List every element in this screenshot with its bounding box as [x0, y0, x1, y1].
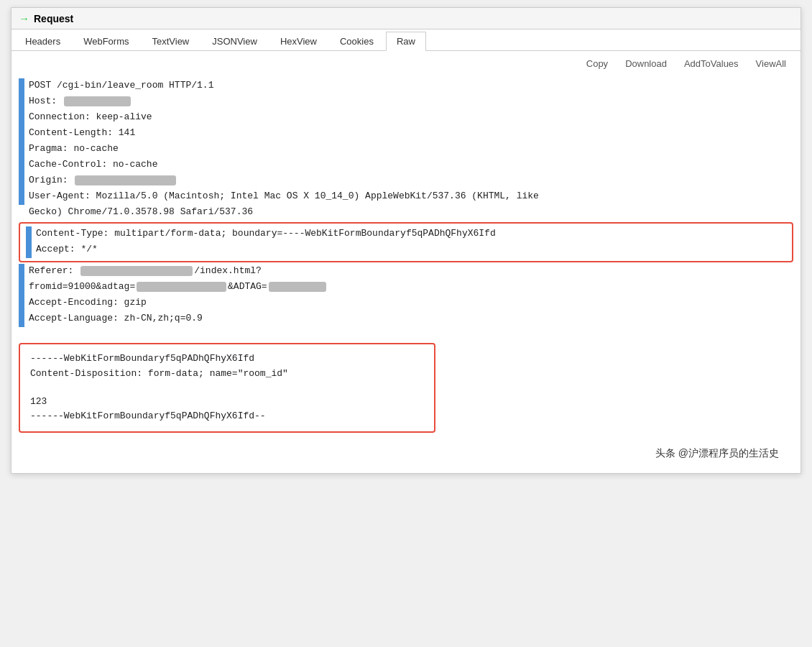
- blurred-adtag2: [269, 282, 326, 292]
- line-marker: [19, 264, 24, 280]
- watermark: 头条 @沪漂程序员的生活史: [19, 433, 793, 467]
- tab-raw[interactable]: Raw: [386, 32, 426, 51]
- tab-cookies[interactable]: Cookies: [329, 32, 384, 50]
- main-container: → Request Headers WebForms TextView JSON…: [11, 7, 801, 474]
- line-origin: Origin:: [19, 173, 793, 189]
- line-marker: [19, 78, 24, 94]
- request-title: Request: [34, 13, 73, 24]
- line-marker: [19, 126, 24, 142]
- line-marker: [19, 280, 24, 295]
- line-marker: [19, 311, 24, 327]
- line-marker: [19, 142, 24, 157]
- blurred-referer: [80, 266, 193, 276]
- line-content-length: Content-Length: 141: [19, 126, 793, 142]
- tab-hexview[interactable]: HexView: [269, 32, 328, 50]
- line-text: Accept-Language: zh-CN,zh;q=0.9: [29, 311, 793, 326]
- line-connection: Connection: keep-alive: [19, 110, 793, 126]
- arrow-icon: →: [19, 12, 29, 24]
- tab-jsonview[interactable]: JSONView: [201, 32, 268, 50]
- line-post: POST /cgi-bin/leave_room HTTP/1.1: [19, 78, 793, 94]
- line-text: Pragma: no-cache: [29, 142, 793, 157]
- line-marker: [19, 110, 24, 126]
- line-text: Cache-Control: no-cache: [29, 157, 793, 173]
- blurred-adtag: [137, 282, 226, 292]
- viewall-button[interactable]: ViewAll: [749, 57, 793, 70]
- toolbar: Copy Download AddToValues ViewAll: [579, 57, 793, 70]
- line-host: Host:: [19, 94, 793, 110]
- line-text: Connection: keep-alive: [29, 110, 793, 125]
- line-text: Host:: [29, 94, 793, 109]
- line-text: Accept-Encoding: gzip: [29, 295, 793, 311]
- line-marker-empty: [19, 205, 24, 221]
- content-area: Copy Download AddToValues ViewAll POST /…: [11, 51, 801, 473]
- raw-content: POST /cgi-bin/leave_room HTTP/1.1 Host: …: [19, 57, 793, 433]
- line-user-agent: User-Agent: Mozilla/5.0 (Macintosh; Inte…: [19, 189, 793, 205]
- line-text: User-Agent: Mozilla/5.0 (Macintosh; Inte…: [29, 189, 793, 204]
- line-text: Content-Length: 141: [29, 126, 793, 141]
- body-line-content-disposition: Content-Disposition: form-data; name="ro…: [30, 367, 424, 382]
- tab-webforms[interactable]: WebForms: [73, 32, 139, 50]
- line-text: Referer: /index.html?: [29, 264, 793, 279]
- line-text: POST /cgi-bin/leave_room HTTP/1.1: [29, 78, 793, 93]
- line-marker: [26, 242, 32, 258]
- blurred-origin: [75, 175, 175, 185]
- body-box: ------WebKitFormBoundaryf5qPADhQFhyX6Ifd…: [19, 343, 435, 433]
- line-accept-encoding: Accept-Encoding: gzip: [19, 295, 793, 311]
- body-line-boundary-start: ------WebKitFormBoundaryf5qPADhQFhyX6Ifd: [30, 352, 424, 367]
- line-cache-control: Cache-Control: no-cache: [19, 157, 793, 173]
- blurred-host: [64, 96, 132, 106]
- line-text: Origin:: [29, 173, 793, 188]
- request-section-header: → Request: [11, 8, 801, 29]
- line-text: fromid=91000&adtag= &ADTAG=: [29, 280, 793, 295]
- highlighted-content-type-box: Content-Type: multipart/form-data; bound…: [19, 222, 793, 262]
- tab-headers[interactable]: Headers: [14, 32, 71, 50]
- line-text: Content-Type: multipart/form-data; bound…: [36, 226, 786, 242]
- line-gecko: Gecko) Chrome/71.0.3578.98 Safari/537.36: [19, 205, 793, 221]
- line-referer: Referer: /index.html?: [19, 264, 793, 280]
- copy-button[interactable]: Copy: [579, 57, 615, 70]
- line-marker: [19, 173, 24, 189]
- body-empty-line: [30, 382, 424, 395]
- body-line-value: 123: [30, 395, 424, 410]
- line-content-type: Content-Type: multipart/form-data; bound…: [26, 226, 786, 242]
- tabs-bar: Headers WebForms TextView JSONView HexVi…: [11, 29, 801, 51]
- line-marker: [19, 157, 24, 173]
- line-accept-language: Accept-Language: zh-CN,zh;q=0.9: [19, 311, 793, 327]
- addtovalues-button[interactable]: AddToValues: [677, 57, 746, 70]
- download-button[interactable]: Download: [618, 57, 674, 70]
- line-marker: [26, 226, 32, 242]
- line-accept: Accept: */*: [26, 242, 786, 258]
- line-text: Gecko) Chrome/71.0.3578.98 Safari/537.36: [29, 205, 793, 220]
- line-fromid: fromid=91000&adtag= &ADTAG=: [19, 280, 793, 295]
- line-marker: [19, 94, 24, 110]
- tab-textview[interactable]: TextView: [141, 32, 200, 50]
- body-line-boundary-end: ------WebKitFormBoundaryf5qPADhQFhyX6Ifd…: [30, 409, 424, 424]
- line-pragma: Pragma: no-cache: [19, 142, 793, 157]
- line-marker: [19, 295, 24, 311]
- line-text: Accept: */*: [36, 242, 786, 257]
- line-marker: [19, 189, 24, 205]
